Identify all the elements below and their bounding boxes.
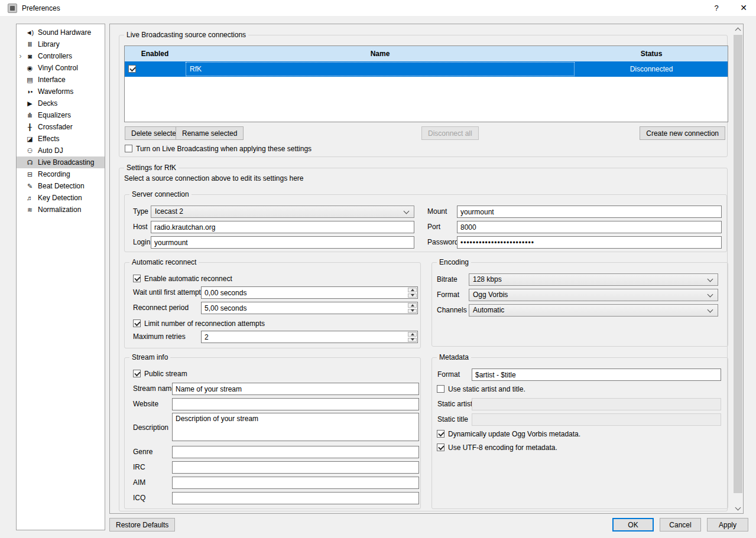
connections-table: Enabled Name Status RfK Disconnected xyxy=(124,45,728,122)
encoding-format-label: Format xyxy=(437,289,459,301)
scrollbar-thumb[interactable] xyxy=(734,35,742,493)
rename-selected-button[interactable]: Rename selected xyxy=(176,126,244,140)
sidebar-item-key-detection[interactable]: ♬Key Detection xyxy=(17,192,105,204)
public-stream-checkbox[interactable] xyxy=(133,370,141,377)
controller-icon: ◙ xyxy=(24,53,35,60)
irc-input[interactable] xyxy=(172,461,419,474)
restore-defaults-button[interactable]: Restore Defaults xyxy=(109,518,175,532)
stream-name-input[interactable] xyxy=(172,383,419,395)
sidebar-item-crossfader[interactable]: ╂Crossfader xyxy=(17,121,105,133)
sidebar-item-vinyl-control[interactable]: ◉Vinyl Control xyxy=(17,62,105,74)
bitrate-label: Bitrate xyxy=(437,273,458,286)
disconnect-all-button[interactable]: Disconnect all xyxy=(421,126,479,140)
encoding-format-combobox[interactable]: Ogg Vorbis xyxy=(469,289,718,301)
spin-down-icon[interactable] xyxy=(408,294,417,298)
apply-button[interactable]: Apply xyxy=(707,518,748,532)
description-textarea[interactable]: Description of your stream xyxy=(172,413,419,441)
column-header-name[interactable]: Name xyxy=(185,46,575,61)
limit-attempts-label: Limit number of reconnection attempts xyxy=(144,319,265,328)
login-label: Login xyxy=(133,236,150,249)
connection-enabled-checkbox[interactable] xyxy=(128,65,136,73)
chevron-down-icon xyxy=(708,292,713,298)
use-static-label: Use static artist and title. xyxy=(448,385,525,393)
sidebar-item-live-broadcasting[interactable]: ☊Live Broadcasting xyxy=(17,156,105,168)
metadata-format-input[interactable] xyxy=(472,369,721,381)
waveform-icon: ◗• xyxy=(24,88,35,95)
speaker-icon: ◄) xyxy=(24,29,35,36)
equalizer-bars-icon: ıllı xyxy=(24,112,35,119)
sidebar-item-auto-dj[interactable]: ⚇Auto DJ xyxy=(17,145,105,156)
dynamic-update-checkbox[interactable] xyxy=(437,430,444,438)
turn-on-broadcasting-row: Turn on Live Broadcasting when applying … xyxy=(125,144,312,153)
icq-input[interactable] xyxy=(172,492,419,504)
reconnect-period-spinbox[interactable] xyxy=(201,302,418,314)
port-label: Port xyxy=(427,221,440,233)
limit-attempts-checkbox[interactable] xyxy=(133,319,141,327)
sound-waves-icon: ≋ xyxy=(24,206,35,214)
column-header-status[interactable]: Status xyxy=(575,46,728,61)
connection-row[interactable]: RfK Disconnected xyxy=(125,61,728,77)
drumstick-icon: ✎ xyxy=(24,182,35,190)
scroll-down-icon[interactable] xyxy=(733,503,743,513)
column-header-enabled[interactable]: Enabled xyxy=(125,46,185,61)
sidebar-item-interface[interactable]: ▤Interface xyxy=(17,74,105,86)
utf8-label: Use UTF-8 encoding for metadata. xyxy=(448,444,557,452)
sidebar-item-sound-hardware[interactable]: ◄)Sound Hardware xyxy=(17,27,105,38)
wait-first-attempt-label: Wait until first attempt xyxy=(133,286,201,299)
channels-combobox[interactable]: Automatic xyxy=(469,304,718,317)
website-input[interactable] xyxy=(172,398,419,410)
spin-up-icon[interactable] xyxy=(408,303,417,308)
irc-label: IRC xyxy=(133,461,145,474)
automatic-reconnect-group: Automatic reconnect Enable automatic rec… xyxy=(124,262,421,348)
sidebar-item-decks[interactable]: ▶Decks xyxy=(17,97,105,109)
sidebar-item-controllers[interactable]: ›◙Controllers xyxy=(17,50,105,62)
enable-reconnect-row: Enable automatic reconnect xyxy=(133,274,232,283)
create-new-connection-button[interactable]: Create new connection xyxy=(640,126,725,140)
host-input[interactable] xyxy=(151,221,414,233)
ok-button[interactable]: OK xyxy=(612,518,654,532)
wait-first-attempt-spinbox[interactable] xyxy=(201,286,418,299)
preferences-sidebar: ◄)Sound Hardware ⅢLibrary ›◙Controllers … xyxy=(16,24,105,530)
type-combobox[interactable]: Icecast 2 xyxy=(151,206,414,218)
expand-chevron-icon[interactable]: › xyxy=(17,52,24,60)
sidebar-item-beat-detection[interactable]: ✎Beat Detection xyxy=(17,180,105,192)
vertical-scrollbar[interactable] xyxy=(733,24,743,513)
scroll-up-icon[interactable] xyxy=(733,24,743,34)
sidebar-item-normalization[interactable]: ≋Normalization xyxy=(17,204,105,216)
spin-down-icon[interactable] xyxy=(408,338,417,343)
metadata-group: Metadata Format Use static artist and ti… xyxy=(431,357,728,509)
static-title-label: Static title xyxy=(437,413,468,426)
enable-reconnect-checkbox[interactable] xyxy=(133,275,141,282)
aim-label: AIM xyxy=(133,477,145,489)
library-icon: Ⅲ xyxy=(24,41,35,48)
utf8-checkbox[interactable] xyxy=(437,444,444,451)
mount-input[interactable] xyxy=(457,206,722,218)
cassette-icon: ⊟ xyxy=(24,171,35,178)
stream-info-group: Stream info Public stream Stream name We… xyxy=(124,357,421,509)
password-input[interactable] xyxy=(457,236,722,249)
chevron-down-icon xyxy=(404,208,410,214)
spin-up-icon[interactable] xyxy=(408,288,417,292)
spin-up-icon[interactable] xyxy=(408,332,417,337)
spin-down-icon[interactable] xyxy=(408,309,417,314)
aim-input[interactable] xyxy=(172,477,419,489)
close-button[interactable]: ✕ xyxy=(735,2,752,14)
cancel-button[interactable]: Cancel xyxy=(660,518,701,532)
connection-name-cell[interactable]: RfK xyxy=(185,61,575,77)
sidebar-item-recording[interactable]: ⊟Recording xyxy=(17,168,105,180)
server-connection-group: Server connection Type Icecast 2 Mount H… xyxy=(124,194,727,252)
bitrate-combobox[interactable]: 128 kbps xyxy=(469,273,718,286)
maximum-retries-spinbox[interactable] xyxy=(201,331,418,343)
help-button[interactable]: ? xyxy=(708,2,725,14)
encoding-legend: Encoding xyxy=(437,258,471,267)
sidebar-item-library[interactable]: ⅢLibrary xyxy=(17,38,105,50)
sidebar-item-effects[interactable]: ◪Effects xyxy=(17,133,105,145)
sidebar-item-waveforms[interactable]: ◗•Waveforms xyxy=(17,86,105,97)
login-input[interactable] xyxy=(151,236,414,249)
sidebar-item-equalizers[interactable]: ıllıEqualizers xyxy=(17,109,105,121)
genre-input[interactable] xyxy=(172,446,419,458)
host-label: Host xyxy=(133,221,148,233)
port-input[interactable] xyxy=(457,221,722,233)
turn-on-broadcasting-checkbox[interactable] xyxy=(125,145,132,152)
use-static-checkbox[interactable] xyxy=(437,385,444,393)
